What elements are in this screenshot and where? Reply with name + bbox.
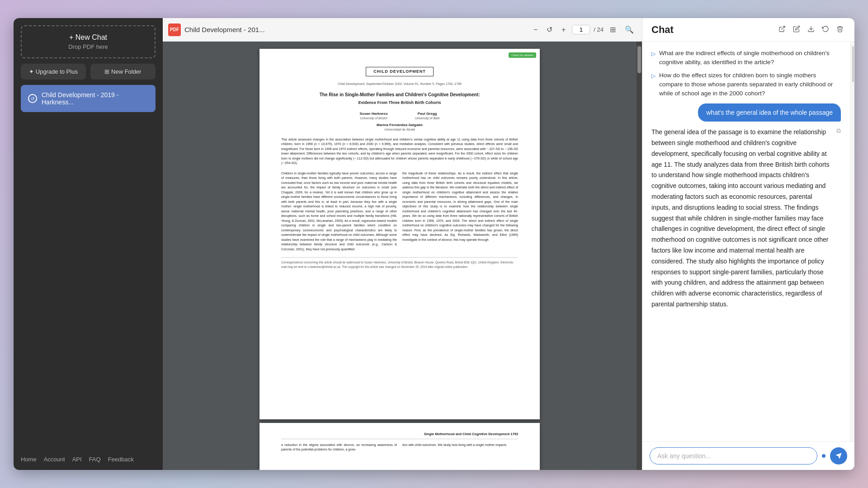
pdf-author-1-name: Susan Harkness (359, 111, 387, 116)
page-number-input[interactable] (572, 25, 590, 34)
chat-header-actions (777, 23, 845, 36)
chat-input-area (642, 441, 854, 470)
arrow-icon-2: ▷ (651, 72, 656, 80)
suggested-q-2-text: How do the effect sizes for children bor… (659, 71, 841, 99)
pdf-page2-col1: a reduction in the stigma associated wit… (281, 443, 397, 452)
pdf-author-1-affil: University of Bristol (359, 116, 387, 121)
chat-scroll-thumb[interactable] (852, 46, 854, 82)
pdf-body-col2: the magnitude of these relationships. As… (402, 171, 518, 252)
pdf-scrollbar[interactable] (637, 42, 642, 470)
new-chat-label: + New Chat (69, 33, 107, 42)
pdf-toolbar: PDF Child Development - 201... − ↺ + / 2… (163, 18, 642, 42)
pdf-article-title: The Rise in Single-Mother Families and C… (281, 91, 518, 98)
pdf-body-col1: Children in single-mother families typic… (281, 171, 397, 252)
suggested-q-2[interactable]: ▷ How do the effect sizes for children b… (651, 71, 841, 99)
suggested-q-1[interactable]: ▷ What are the indirect effects of singl… (651, 49, 841, 67)
pdf-page2-col2: tion with child outcomes. We study how l… (402, 443, 518, 452)
delete-button[interactable] (835, 23, 845, 36)
pdf-footer-info: Correspondence concerning this article s… (281, 257, 518, 268)
upgrade-label: ✦ Upgrade to Plus (29, 68, 78, 75)
pdf-file-icon: PDF (168, 23, 181, 36)
pdf-page-2: Single Motherhood and Child Cognitive De… (259, 423, 540, 470)
edit-button[interactable] (791, 23, 802, 36)
chat-item-icon: ↺ (28, 94, 37, 103)
pdf-journal-info: Child Development, September/October 202… (281, 82, 518, 86)
footer-faq[interactable]: FAQ (89, 456, 101, 463)
pdf-viewer: PDF Child Development - 201... − ↺ + / 2… (163, 18, 642, 470)
chat-suggested-questions: ▷ What are the indirect effects of singl… (651, 49, 841, 98)
new-folder-label: ⊞ New Folder (104, 68, 141, 75)
check-update-badge: Check for updates (509, 52, 536, 58)
undo-chat-button[interactable] (820, 23, 831, 36)
chat-title: Chat (651, 24, 674, 36)
pdf-article-subtitle: Evidence From Three British Birth Cohort… (281, 100, 518, 106)
copy-button[interactable]: ⧉ (836, 127, 841, 135)
svg-line-0 (782, 26, 785, 29)
upgrade-button[interactable]: ✦ Upgrade to Plus (21, 64, 86, 80)
sidebar-actions: ✦ Upgrade to Plus ⊞ New Folder (21, 64, 156, 80)
pdf-authors: Susan Harkness University of Bristol Pau… (281, 111, 518, 121)
pdf-author-3: Marina Fernández-Salgado Universidad de … (281, 122, 518, 132)
pdf-author-1: Susan Harkness University of Bristol (359, 111, 387, 121)
sidebar-footer: Home Account API FAQ Feedback (21, 456, 156, 463)
chat-item-label: Child Development - 2019 - Harkness... (42, 91, 148, 106)
pdf-body: Children in single-mother families typic… (281, 171, 518, 252)
suggested-q-1-text: What are the indirect effects of single … (659, 49, 841, 67)
ai-message-text: The general idea of the passage is to ex… (651, 128, 830, 308)
pdf-author-3-name: Marina Fernández-Salgado (281, 122, 518, 127)
ai-message: The general idea of the passage is to ex… (651, 127, 841, 310)
chat-scrollbar[interactable] (850, 42, 854, 441)
footer-account[interactable]: Account (44, 456, 65, 463)
pdf-page2-heading: Single Motherhood and Child Cognitive De… (281, 432, 518, 439)
app-container: + New Chat Drop PDF here ✦ Upgrade to Pl… (14, 18, 854, 470)
chat-panel: Chat (642, 18, 854, 470)
new-chat-button[interactable]: + New Chat Drop PDF here (21, 25, 156, 58)
chat-input[interactable] (650, 447, 817, 465)
download-button[interactable] (806, 23, 816, 36)
drop-pdf-label: Drop PDF here (68, 43, 108, 50)
pdf-author-2: Paul Gregg University of Bath (415, 111, 440, 121)
send-button[interactable] (830, 447, 847, 465)
pdf-title: Child Development - 201... (184, 26, 527, 33)
pdf-scroll-thumb[interactable] (637, 46, 641, 73)
pdf-author-3-affil: Universidad de Alcalá (281, 127, 518, 132)
undo-button[interactable]: ↺ (544, 23, 555, 36)
search-button[interactable]: 🔍 (622, 23, 637, 36)
pdf-author-2-affil: University of Bath (415, 116, 440, 121)
pdf-author-2-name: Paul Gregg (415, 111, 440, 116)
footer-feedback[interactable]: Feedback (108, 456, 134, 463)
grid-view-button[interactable]: ⊞ (607, 23, 618, 36)
new-folder-button[interactable]: ⊞ New Folder (90, 64, 156, 80)
arrow-icon-1: ▷ (651, 50, 656, 58)
share-button[interactable] (777, 23, 788, 36)
zoom-in-button[interactable]: + (559, 24, 568, 36)
user-message: what's the general idea of the whole pas… (698, 103, 841, 122)
pdf-abstract: This article assessed changes in the ass… (281, 137, 518, 166)
chat-messages: ▷ What are the indirect effects of singl… (642, 42, 850, 441)
pdf-content[interactable]: Check for updates CHILD DEVELOPMENT Chil… (163, 42, 637, 470)
recording-indicator (822, 454, 826, 458)
chat-item[interactable]: ↺ Child Development - 2019 - Harkness... (21, 85, 156, 112)
page-total: / 24 (594, 26, 604, 33)
sidebar: + New Chat Drop PDF here ✦ Upgrade to Pl… (14, 18, 163, 470)
pdf-page2-body: a reduction in the stigma associated wit… (281, 443, 518, 452)
send-icon (835, 452, 842, 460)
pdf-page-1: Check for updates CHILD DEVELOPMENT Chil… (259, 49, 540, 419)
chat-header: Chat (642, 18, 854, 42)
footer-home[interactable]: Home (21, 456, 37, 463)
footer-api[interactable]: API (72, 456, 82, 463)
pdf-journal-header: CHILD DEVELOPMENT (366, 67, 434, 76)
zoom-out-button[interactable]: − (531, 24, 540, 36)
